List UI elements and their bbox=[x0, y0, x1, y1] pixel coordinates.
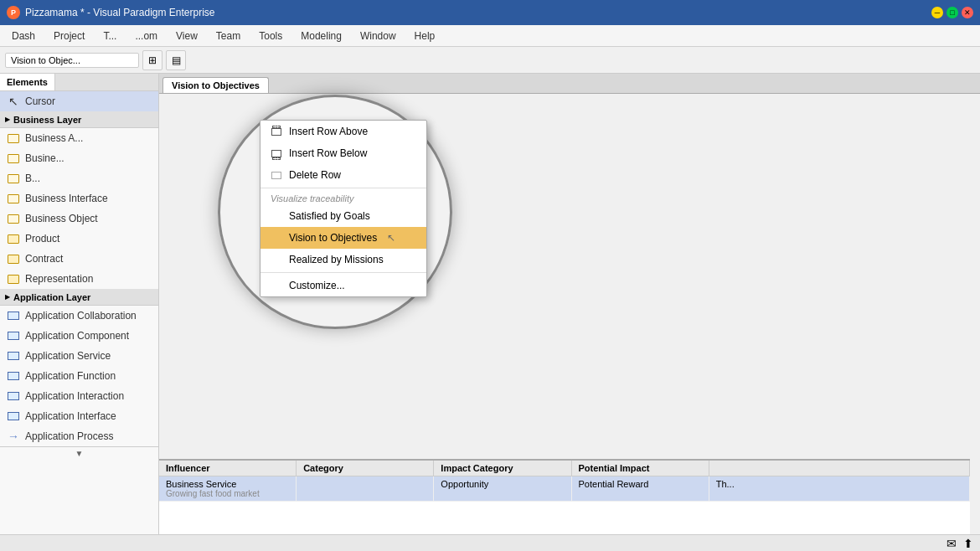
business-layer-header[interactable]: ▸ Business Layer bbox=[0, 111, 158, 128]
tab-elements[interactable]: Elements bbox=[0, 74, 55, 90]
context-satisfied-goals[interactable]: Satisfied by Goals bbox=[260, 205, 426, 227]
maximize-button[interactable]: □ bbox=[946, 7, 958, 18]
email-icon[interactable]: ✉ bbox=[946, 537, 957, 550]
app-interface-icon bbox=[7, 409, 20, 423]
collapse-app-icon: ▸ bbox=[5, 291, 10, 302]
app-function-icon bbox=[7, 369, 20, 383]
menu-window[interactable]: Window bbox=[352, 28, 405, 44]
table-row[interactable]: Business Service Growing fast food marke… bbox=[159, 476, 970, 502]
menu-dash[interactable]: Dash bbox=[3, 28, 44, 44]
menu-team[interactable]: Team bbox=[208, 28, 249, 44]
context-realized-missions[interactable]: Realized by Missions bbox=[260, 249, 426, 270]
cell-potential-impact: Potential Reward bbox=[572, 476, 709, 501]
menu-om[interactable]: ...om bbox=[126, 28, 166, 44]
cell-influencer: Business Service Growing fast food marke… bbox=[159, 476, 297, 501]
toolbar-layout-icon[interactable]: ▤ bbox=[166, 50, 186, 70]
share-icon[interactable]: ⬆ bbox=[963, 537, 973, 550]
b-icon bbox=[7, 172, 20, 185]
sidebar-item-cursor[interactable]: Cursor bbox=[0, 91, 158, 111]
menu-bar: Dash Project T... ...om View Team Tools … bbox=[0, 25, 980, 47]
business-actor-icon bbox=[7, 131, 20, 145]
menu-t[interactable]: T... bbox=[95, 28, 125, 44]
cell-impact-category: Opportunity bbox=[434, 476, 571, 501]
status-bar: ✉ ⬆ bbox=[0, 534, 980, 551]
sidebar-item-business-object[interactable]: Business Object bbox=[0, 209, 158, 229]
bottom-panel: Influencer Category Impact Category Pote… bbox=[159, 459, 970, 534]
context-delete-row[interactable]: Delete Row bbox=[260, 164, 426, 186]
business-interface-icon bbox=[7, 192, 20, 205]
business-role-icon bbox=[7, 152, 20, 165]
diagram-tab-bar: Vision to Objectives bbox=[159, 74, 980, 94]
table-header: Influencer Category Impact Category Pote… bbox=[159, 461, 970, 476]
application-layer-header[interactable]: ▸ Application Layer bbox=[0, 289, 158, 306]
context-separator-2 bbox=[260, 272, 426, 273]
menu-project[interactable]: Project bbox=[45, 28, 93, 44]
sidebar-item-b[interactable]: B... bbox=[0, 168, 158, 188]
menu-tools[interactable]: Tools bbox=[250, 28, 291, 44]
insert-below-icon bbox=[271, 147, 282, 159]
context-section-label: Visualize traceability bbox=[260, 190, 426, 205]
product-icon bbox=[7, 232, 20, 245]
contract-icon bbox=[7, 252, 20, 265]
panel-scroll-down-icon[interactable]: ▼ bbox=[75, 449, 84, 458]
sidebar-item-app-component[interactable]: Application Component bbox=[0, 326, 158, 346]
sidebar-item-business-role[interactable]: Busine... bbox=[0, 148, 158, 168]
title-bar: P Pizzamama * - Visual Paradigm Enterpri… bbox=[0, 0, 980, 25]
menu-view[interactable]: View bbox=[168, 28, 206, 44]
canvas-container: Vision to Objectives bbox=[159, 74, 980, 551]
col-influencer: Influencer bbox=[159, 461, 297, 476]
sidebar-item-product[interactable]: Product bbox=[0, 229, 158, 249]
minimize-button[interactable]: ─ bbox=[931, 7, 943, 18]
toolbar-grid-icon[interactable]: ⊞ bbox=[142, 50, 162, 70]
cursor-pointer-indicator: ↖ bbox=[387, 232, 395, 244]
cell-extra: Th... bbox=[709, 476, 970, 501]
context-insert-below[interactable]: Insert Row Below bbox=[260, 142, 426, 164]
context-vision-objectives[interactable]: Vision to Objectives ↖ bbox=[260, 227, 426, 249]
left-panel: Elements Cursor ▸ Business Layer Busines… bbox=[0, 74, 159, 551]
sidebar-item-app-collaboration[interactable]: Application Collaboration bbox=[0, 306, 158, 326]
col-impact-category: Impact Category bbox=[434, 461, 571, 476]
app-logo: P bbox=[7, 6, 20, 19]
business-object-icon bbox=[7, 212, 20, 225]
col-category: Category bbox=[297, 461, 434, 476]
sidebar-item-business-interface[interactable]: Business Interface bbox=[0, 188, 158, 209]
cursor-icon bbox=[7, 95, 20, 108]
app-service-icon bbox=[7, 349, 20, 363]
insert-above-icon bbox=[271, 126, 282, 137]
representation-icon bbox=[7, 272, 20, 286]
diagram-search-input[interactable] bbox=[5, 53, 139, 68]
tab-vision-objectives[interactable]: Vision to Objectives bbox=[162, 77, 269, 93]
sidebar-item-contract[interactable]: Contract bbox=[0, 249, 158, 269]
delete-row-icon bbox=[271, 169, 282, 181]
sidebar-item-app-function[interactable]: Application Function bbox=[0, 366, 158, 386]
app-process-icon: → bbox=[7, 430, 20, 443]
sidebar-item-app-process[interactable]: → Application Process bbox=[0, 426, 158, 446]
menu-help[interactable]: Help bbox=[406, 28, 444, 44]
window-title: Pizzamama * - Visual Paradigm Enterprise bbox=[25, 7, 215, 18]
context-customize[interactable]: Customize... bbox=[260, 275, 426, 296]
app-component-icon bbox=[7, 329, 20, 342]
context-separator bbox=[260, 188, 426, 188]
sidebar-item-app-interface[interactable]: Application Interface bbox=[0, 406, 158, 426]
col-extra bbox=[709, 461, 970, 476]
cell-category bbox=[297, 476, 434, 501]
app-collaboration-icon bbox=[7, 309, 20, 322]
context-insert-above[interactable]: Insert Row Above bbox=[260, 121, 426, 142]
collapse-icon: ▸ bbox=[5, 114, 10, 125]
app-interaction-icon bbox=[7, 389, 20, 403]
close-button[interactable]: ✕ bbox=[962, 7, 973, 18]
context-menu: Insert Row Above Insert Row Below Delete… bbox=[260, 120, 427, 297]
toolbar: ⊞ ▤ bbox=[0, 47, 980, 74]
panel-item-list: Cursor ▸ Business Layer Business A... Bu… bbox=[0, 91, 158, 551]
sidebar-item-representation[interactable]: Representation bbox=[0, 269, 158, 289]
menu-modeling[interactable]: Modeling bbox=[292, 28, 350, 44]
sidebar-item-app-service[interactable]: Application Service bbox=[0, 346, 158, 366]
col-potential-impact: Potential Impact bbox=[572, 461, 709, 476]
sidebar-item-app-interaction[interactable]: Application Interaction bbox=[0, 386, 158, 406]
sidebar-item-business-actor[interactable]: Business A... bbox=[0, 128, 158, 148]
